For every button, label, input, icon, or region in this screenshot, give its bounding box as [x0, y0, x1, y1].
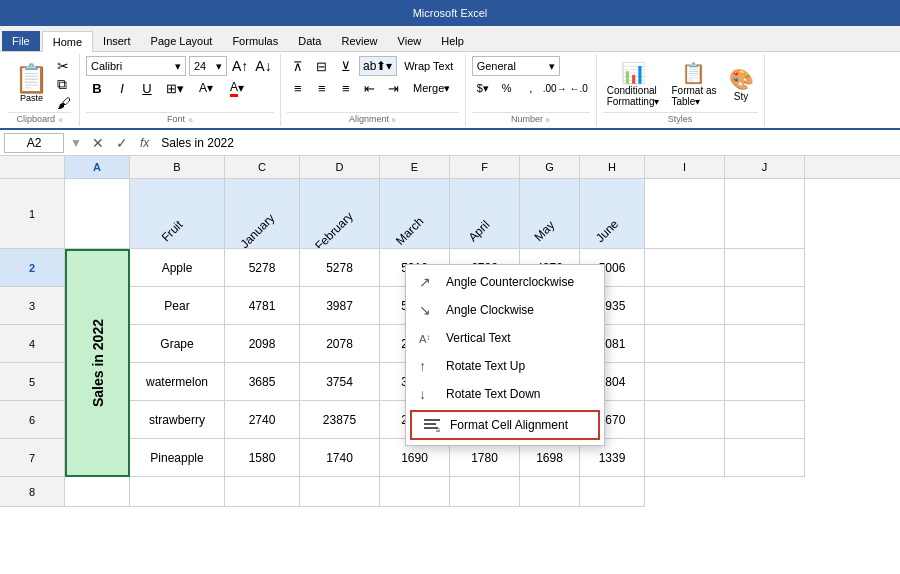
cell-j6[interactable] — [725, 401, 805, 439]
formula-input[interactable]: Sales in 2022 — [157, 136, 896, 150]
row-header-5[interactable]: 5 — [0, 363, 65, 401]
row-header-1[interactable]: 1 — [0, 179, 65, 249]
tab-file[interactable]: File — [2, 31, 40, 51]
fill-color-button[interactable]: A▾ — [192, 78, 220, 98]
decrease-decimal-button[interactable]: ←.0 — [568, 78, 590, 98]
cell-b1[interactable]: Fruit — [130, 179, 225, 249]
row-header-4[interactable]: 4 — [0, 325, 65, 363]
tab-view[interactable]: View — [388, 31, 432, 51]
bold-button[interactable]: B — [86, 78, 108, 98]
cell-j7[interactable] — [725, 439, 805, 477]
cell-d3[interactable]: 3987 — [300, 287, 380, 325]
tab-help[interactable]: Help — [431, 31, 474, 51]
menu-item-angle-counterclockwise[interactable]: ↗ Angle Counterclockwise — [406, 268, 604, 296]
borders-button[interactable]: ⊞▾ — [161, 78, 189, 98]
col-header-a[interactable]: A — [65, 156, 130, 178]
cell-d4[interactable]: 2078 — [300, 325, 380, 363]
cell-c7[interactable]: 1580 — [225, 439, 300, 477]
cut-button[interactable]: ✂ — [57, 58, 71, 74]
cell-d2[interactable]: 5278 — [300, 249, 380, 287]
row-header-2[interactable]: 2 — [0, 249, 65, 287]
orientation-button[interactable]: ab⬆▾ — [359, 56, 397, 76]
cell-j3[interactable] — [725, 287, 805, 325]
cell-c1[interactable]: January — [225, 179, 300, 249]
align-right-button[interactable]: ≡ — [335, 78, 357, 98]
cell-j4[interactable] — [725, 325, 805, 363]
increase-decimal-button[interactable]: .00→ — [544, 78, 566, 98]
font-color-button[interactable]: A▾ — [223, 78, 251, 98]
cell-i1[interactable] — [645, 179, 725, 249]
cell-i5[interactable] — [645, 363, 725, 401]
font-size-dropdown[interactable]: 24▾ — [189, 56, 227, 76]
merged-cell-a2-a7[interactable]: Sales in 2022 — [65, 249, 130, 477]
menu-item-rotate-text-up[interactable]: ↑ Rotate Text Up — [406, 352, 604, 380]
format-painter-button[interactable]: 🖌 — [57, 95, 71, 111]
confirm-formula-button[interactable]: ✓ — [112, 135, 132, 151]
merge-center-button[interactable]: Merge▾ — [407, 78, 457, 98]
underline-button[interactable]: U — [136, 78, 158, 98]
col-header-d[interactable]: D — [300, 156, 380, 178]
cell-b4[interactable]: Grape — [130, 325, 225, 363]
cell-styles-button[interactable]: 🎨 Sty — [725, 65, 758, 104]
cell-i7[interactable] — [645, 439, 725, 477]
cell-j5[interactable] — [725, 363, 805, 401]
cell-c2[interactable]: 5278 — [225, 249, 300, 287]
cell-i6[interactable] — [645, 401, 725, 439]
col-header-i[interactable]: I — [645, 156, 725, 178]
align-left-button[interactable]: ≡ — [287, 78, 309, 98]
cell-b2[interactable]: Apple — [130, 249, 225, 287]
col-header-g[interactable]: G — [520, 156, 580, 178]
font-name-dropdown[interactable]: Calibri▾ — [86, 56, 186, 76]
cell-i4[interactable] — [645, 325, 725, 363]
tab-page-layout[interactable]: Page Layout — [141, 31, 223, 51]
cell-j2[interactable] — [725, 249, 805, 287]
col-header-h[interactable]: H — [580, 156, 645, 178]
number-format-dropdown[interactable]: General▾ — [472, 56, 560, 76]
col-header-b[interactable]: B — [130, 156, 225, 178]
align-middle-button[interactable]: ⊟ — [311, 56, 333, 76]
cell-reference-box[interactable]: A2 — [4, 133, 64, 153]
menu-item-format-cell-alignment[interactable]: ≡ Format Cell Alignment — [410, 410, 600, 440]
cell-b6[interactable]: strawberry — [130, 401, 225, 439]
cell-d5[interactable]: 3754 — [300, 363, 380, 401]
cell-c4[interactable]: 2098 — [225, 325, 300, 363]
cell-h1[interactable]: June — [580, 179, 645, 249]
insert-function-button[interactable]: fx — [136, 136, 153, 150]
cell-g1[interactable]: May — [520, 179, 580, 249]
tab-insert[interactable]: Insert — [93, 31, 141, 51]
row-header-7[interactable]: 7 — [0, 439, 65, 477]
cell-e1[interactable]: March — [380, 179, 450, 249]
wrap-text-button[interactable]: Wrap Text — [399, 56, 459, 76]
align-bottom-button[interactable]: ⊻ — [335, 56, 357, 76]
tab-formulas[interactable]: Formulas — [222, 31, 288, 51]
percent-button[interactable]: % — [496, 78, 518, 98]
decrease-font-button[interactable]: A↓ — [253, 58, 273, 74]
cell-b3[interactable]: Pear — [130, 287, 225, 325]
decrease-indent-button[interactable]: ⇤ — [359, 78, 381, 98]
col-header-f[interactable]: F — [450, 156, 520, 178]
col-header-j[interactable]: J — [725, 156, 805, 178]
col-header-e[interactable]: E — [380, 156, 450, 178]
align-top-button[interactable]: ⊼ — [287, 56, 309, 76]
row-header-3[interactable]: 3 — [0, 287, 65, 325]
menu-item-rotate-text-down[interactable]: ↓ Rotate Text Down — [406, 380, 604, 408]
cell-i2[interactable] — [645, 249, 725, 287]
cell-b5[interactable]: watermelon — [130, 363, 225, 401]
conditional-formatting-button[interactable]: 📊 ConditionalFormatting▾ — [603, 59, 664, 109]
increase-indent-button[interactable]: ⇥ — [383, 78, 405, 98]
cell-i3[interactable] — [645, 287, 725, 325]
cell-d6[interactable]: 23875 — [300, 401, 380, 439]
menu-item-vertical-text[interactable]: A↕ Vertical Text — [406, 324, 604, 352]
cell-d1[interactable]: February — [300, 179, 380, 249]
cell-a1[interactable] — [65, 179, 130, 249]
cell-c6[interactable]: 2740 — [225, 401, 300, 439]
italic-button[interactable]: I — [111, 78, 133, 98]
cell-d7[interactable]: 1740 — [300, 439, 380, 477]
increase-font-button[interactable]: A↑ — [230, 58, 250, 74]
currency-button[interactable]: $▾ — [472, 78, 494, 98]
paste-button[interactable]: 📋 Paste — [8, 63, 55, 105]
row-header-6[interactable]: 6 — [0, 401, 65, 439]
menu-item-angle-clockwise[interactable]: ↘ Angle Clockwise — [406, 296, 604, 324]
cell-c3[interactable]: 4781 — [225, 287, 300, 325]
tab-review[interactable]: Review — [331, 31, 387, 51]
